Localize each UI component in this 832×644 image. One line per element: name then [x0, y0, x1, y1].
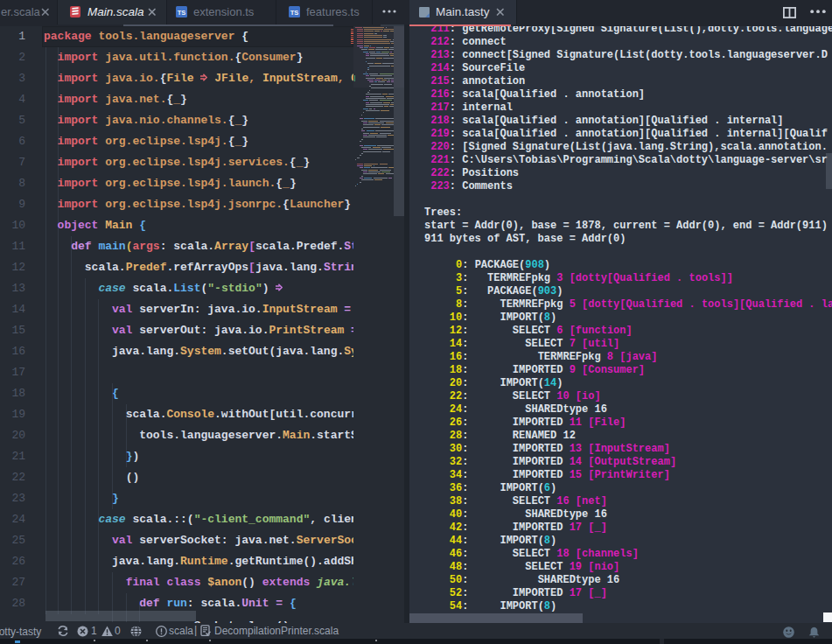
svg-text:TS: TS — [178, 9, 186, 17]
svg-text:TS: TS — [290, 9, 299, 17]
